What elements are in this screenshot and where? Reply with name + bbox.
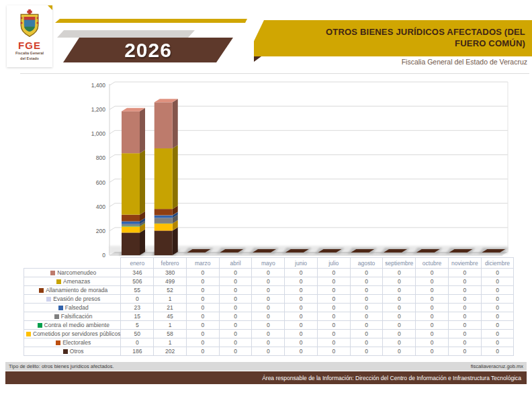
bar-segment bbox=[154, 209, 173, 215]
value-cell: 0 bbox=[383, 269, 416, 277]
bar-segment bbox=[154, 230, 173, 255]
gridline-tick bbox=[109, 228, 115, 231]
bar-column-octubre bbox=[413, 248, 443, 254]
legend-swatch-icon bbox=[56, 340, 60, 345]
bar-column-noviembre bbox=[446, 248, 476, 254]
value-cell: 0 bbox=[121, 295, 154, 304]
series-name: Allanamiento de morada bbox=[46, 287, 107, 293]
value-cell: 0 bbox=[416, 295, 449, 304]
value-cell: 0 bbox=[317, 338, 350, 347]
value-cell: 0 bbox=[350, 269, 383, 277]
value-cell: 0 bbox=[219, 312, 252, 321]
bar-segment-side bbox=[140, 108, 145, 154]
report-page: FGE Fiscalía General del Estado 2026 OTR… bbox=[0, 0, 532, 411]
table-row: Amenazas5064990000000000 bbox=[24, 277, 514, 286]
value-cell: 21 bbox=[154, 304, 187, 312]
value-cell: 0 bbox=[252, 338, 285, 347]
value-cell: 0 bbox=[219, 304, 252, 312]
y-axis-tick-label: 800 bbox=[96, 154, 105, 161]
value-cell: 0 bbox=[285, 312, 318, 321]
value-cell: 0 bbox=[252, 304, 285, 312]
series-label-cell: Narcomenudeo bbox=[24, 269, 121, 277]
month-header-octubre: octubre bbox=[416, 258, 449, 269]
series-name: Falsificación bbox=[61, 313, 93, 320]
series-label-cell: Otros bbox=[24, 347, 121, 356]
month-header-agosto: agosto bbox=[350, 258, 383, 269]
table-row: Contra el medio ambiente510000000000 bbox=[24, 321, 514, 330]
value-cell: 0 bbox=[383, 338, 416, 347]
value-cell: 0 bbox=[317, 347, 350, 356]
series-label-cell: Amenazas bbox=[24, 277, 121, 286]
month-header-febrero: febrero bbox=[154, 258, 187, 269]
month-header-marzo: marzo bbox=[186, 258, 219, 269]
value-cell: 0 bbox=[317, 286, 350, 295]
value-cell: 0 bbox=[285, 277, 318, 286]
value-cell: 0 bbox=[186, 304, 219, 312]
value-cell: 1 bbox=[154, 321, 187, 330]
bar-column-julio bbox=[315, 248, 345, 254]
value-cell: 0 bbox=[481, 269, 514, 277]
value-cell: 0 bbox=[416, 286, 449, 295]
gridline-tick bbox=[109, 154, 115, 158]
bar-segment bbox=[122, 215, 140, 222]
bar-segment bbox=[122, 224, 140, 226]
month-header-enero: enero bbox=[121, 258, 154, 269]
table-row: Cometidos por servidores públicos5058000… bbox=[24, 330, 514, 338]
bar-column-abril bbox=[216, 248, 246, 254]
bar-segment-side bbox=[140, 150, 145, 214]
legend-swatch-icon bbox=[58, 306, 63, 310]
month-header-septiembre: septiembre bbox=[383, 258, 416, 269]
value-cell: 0 bbox=[285, 304, 318, 312]
value-cell: 0 bbox=[448, 312, 481, 321]
table-corner-cell bbox=[24, 258, 121, 269]
value-cell: 0 bbox=[317, 312, 350, 321]
y-axis-tick-label: 600 bbox=[96, 179, 105, 186]
value-cell: 186 bbox=[121, 347, 154, 356]
value-cell: 0 bbox=[186, 295, 219, 304]
value-cell: 0 bbox=[350, 304, 383, 312]
value-cell: 0 bbox=[481, 321, 514, 330]
value-cell: 0 bbox=[448, 347, 481, 356]
value-cell: 0 bbox=[350, 286, 383, 295]
value-cell: 0 bbox=[383, 312, 416, 321]
series-name: Falsedad bbox=[65, 304, 89, 311]
value-cell: 0 bbox=[481, 277, 514, 286]
legend-swatch-icon bbox=[46, 297, 51, 302]
value-cell: 0 bbox=[186, 321, 219, 330]
month-header-mayo: mayo bbox=[252, 258, 285, 269]
bar-segment bbox=[122, 153, 140, 214]
value-cell: 0 bbox=[285, 330, 318, 338]
value-cell: 0 bbox=[416, 312, 449, 321]
value-cell: 0 bbox=[383, 321, 416, 330]
value-cell: 0 bbox=[416, 304, 449, 312]
y-axis-tick-label: 1,400 bbox=[91, 82, 106, 89]
value-cell: 0 bbox=[350, 347, 383, 356]
bar-segment-side bbox=[173, 145, 178, 209]
series-name: Contra el medio ambiente bbox=[44, 322, 109, 328]
bar-column-septiembre bbox=[380, 248, 410, 254]
value-cell: 0 bbox=[219, 286, 252, 295]
value-cell: 1 bbox=[154, 295, 187, 304]
value-cell: 0 bbox=[252, 321, 285, 330]
value-cell: 0 bbox=[481, 304, 514, 312]
value-cell: 0 bbox=[186, 347, 219, 356]
value-cell: 0 bbox=[350, 338, 383, 347]
series-label-cell: Cometidos por servidores públicos bbox=[24, 330, 121, 338]
series-name: Amenazas bbox=[63, 278, 90, 285]
bar-segment bbox=[122, 111, 140, 154]
value-cell: 0 bbox=[317, 269, 350, 277]
series-name: Narcomenudeo bbox=[57, 269, 96, 276]
value-cell: 0 bbox=[219, 330, 252, 338]
value-cell: 0 bbox=[285, 338, 318, 347]
month-header-diciembre: diciembre bbox=[481, 258, 514, 269]
value-cell: 0 bbox=[121, 338, 154, 347]
value-cell: 0 bbox=[350, 277, 383, 286]
value-cell: 0 bbox=[383, 304, 416, 312]
value-cell: 50 bbox=[121, 330, 154, 338]
table-row: Electorales010000000000 bbox=[24, 338, 514, 347]
value-cell: 0 bbox=[186, 312, 219, 321]
gridline-tick bbox=[109, 203, 115, 207]
table-row: Allanamiento de morada55520000000000 bbox=[24, 286, 514, 295]
value-cell: 0 bbox=[285, 295, 318, 304]
gridline-tick bbox=[109, 130, 115, 134]
